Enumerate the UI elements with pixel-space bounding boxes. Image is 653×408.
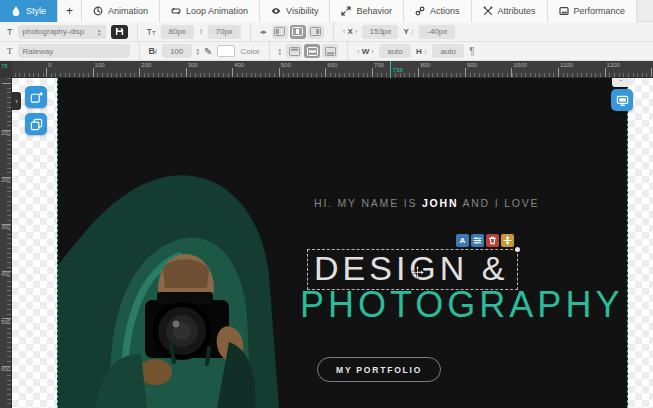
link-icon: [415, 6, 425, 16]
add-slide-icon: [30, 91, 43, 104]
v-ruler: 100200300400500600: [0, 78, 12, 408]
vertical-stepper[interactable]: ▴▾: [279, 47, 282, 55]
my-portfolio-button[interactable]: MY PORTFOLIO: [317, 357, 441, 382]
title-line-2[interactable]: PHOTOGRAPHY: [300, 287, 623, 323]
h-ruler-label: 0: [48, 62, 51, 68]
collapse-left-button[interactable]: ‹: [12, 92, 21, 110]
pen-icon[interactable]: ✎: [204, 46, 212, 57]
h-ruler-label: 400: [234, 62, 244, 68]
tab-behavior[interactable]: Behavior: [330, 0, 404, 22]
ruler-corner-badge: 78: [1, 63, 8, 69]
v-ruler-label: 600: [1, 366, 10, 372]
style-toolbar-row-1: T photography-disp ▴▾ TT 80px ↕ 70px ◂▸ …: [0, 22, 653, 42]
font-style-value: photography-disp: [23, 27, 85, 36]
delete-button[interactable]: [486, 234, 499, 247]
tab-animation[interactable]: Animation: [82, 0, 160, 22]
preview-button[interactable]: [611, 89, 633, 111]
tab-label: Loop Animation: [186, 6, 248, 16]
font-weight-stepper[interactable]: ▴▾: [197, 47, 200, 55]
tab-style[interactable]: Style: [0, 0, 58, 22]
align-middle-button[interactable]: [304, 44, 320, 58]
toolbar-divider: [250, 22, 251, 41]
tab-label: Visibility: [286, 6, 318, 16]
tab-loop-animation[interactable]: Loop Animation: [160, 0, 260, 22]
image-icon: [559, 6, 569, 16]
align-left-button[interactable]: [272, 25, 288, 39]
h-ruler-label: 500: [281, 62, 291, 68]
x-position-value: 153px: [369, 27, 391, 36]
tab-label: Style: [26, 6, 46, 16]
loop-icon: [171, 6, 181, 16]
duplicate-slide-button[interactable]: [25, 113, 47, 135]
collapse-top-button[interactable]: ˆ: [612, 78, 630, 87]
drag-button[interactable]: [501, 234, 514, 247]
horizontal-align-group: [272, 25, 324, 39]
headline-name: JOHN: [422, 197, 458, 209]
v-ruler-label: 300: [1, 224, 10, 230]
height-field[interactable]: auto: [432, 44, 464, 58]
font-family-field[interactable]: Raleway: [18, 44, 130, 58]
h-ruler-label: 300: [188, 62, 198, 68]
headline-text[interactable]: HI. MY NAME IS JOHN AND I LOVE: [314, 197, 539, 209]
font-family-icon: T: [7, 46, 13, 56]
x-position-label: X: [343, 27, 358, 36]
y-position-field[interactable]: -40px: [419, 25, 455, 39]
color-swatch[interactable]: [217, 45, 235, 57]
toolbar-divider: [139, 42, 140, 60]
editor-area: 78 0100200300400500600700800900100011001…: [0, 61, 653, 408]
h-ruler-label: 1200: [607, 62, 620, 68]
tab-add[interactable]: +: [58, 0, 82, 22]
headline-prefix: HI. MY NAME IS: [314, 197, 422, 209]
tab-performance[interactable]: Performance: [548, 0, 638, 22]
align-top-button[interactable]: [286, 44, 302, 58]
monitor-icon: [616, 94, 629, 107]
line-height-field[interactable]: 70px: [208, 25, 241, 39]
tab-bar-filler: [637, 0, 653, 22]
width-label: W: [357, 47, 374, 56]
selection-handle[interactable]: [515, 247, 520, 252]
line-height-value: 70px: [215, 27, 232, 36]
settings-button[interactable]: [471, 234, 484, 247]
floppy-icon: [115, 27, 124, 36]
h-ruler-label: 1000: [514, 62, 527, 68]
align-center-button[interactable]: [290, 25, 306, 39]
save-font-style-button[interactable]: [111, 25, 128, 39]
h-ruler-label: 200: [141, 62, 151, 68]
ruler-corner: 78: [0, 61, 12, 78]
clock-icon: [93, 6, 103, 16]
add-slide-button[interactable]: [25, 86, 47, 108]
toolbar-divider: [137, 22, 138, 41]
move-cursor-icon: [411, 266, 424, 279]
h-ruler-marker: 738: [390, 61, 391, 78]
align-right-button[interactable]: [308, 25, 324, 39]
tab-label: Attributes: [498, 6, 536, 16]
font-style-select[interactable]: photography-disp ▴▾: [18, 25, 106, 39]
font-size-icon: TT: [147, 27, 156, 37]
tab-bar: Style + Animation Loop Animation Visibil…: [0, 0, 653, 22]
x-position-field[interactable]: 153px: [362, 25, 398, 39]
headline-suffix: AND I LOVE: [458, 197, 539, 209]
tab-label: Actions: [430, 6, 460, 16]
tab-attributes[interactable]: Attributes: [472, 0, 548, 22]
tab-visibility[interactable]: Visibility: [260, 0, 330, 22]
tab-label: Animation: [108, 6, 148, 16]
tab-actions[interactable]: Actions: [404, 0, 472, 22]
align-bottom-button[interactable]: [322, 44, 338, 58]
artboard[interactable]: HI. MY NAME IS JOHN AND I LOVE A DESIGN …: [57, 78, 628, 408]
paragraph-icon[interactable]: ¶: [469, 46, 474, 57]
width-field[interactable]: auto: [379, 44, 411, 58]
select-stepper-icon: ▴▾: [98, 28, 101, 36]
edit-text-icon: A: [460, 236, 466, 245]
drag-icon: [503, 236, 512, 245]
font-family-value: Raleway: [23, 47, 54, 56]
edit-text-button[interactable]: A: [456, 234, 469, 247]
toolbar-divider: [269, 42, 270, 60]
font-weight-field[interactable]: 100: [162, 44, 192, 58]
vertical-align-group: [286, 44, 338, 58]
plus-icon: +: [66, 4, 73, 18]
h-ruler-label: 1100: [560, 62, 573, 68]
h-ruler-label: 700: [374, 62, 384, 68]
height-label: H: [416, 47, 427, 56]
trash-icon: [488, 236, 497, 245]
font-size-field[interactable]: 80px: [161, 25, 194, 39]
